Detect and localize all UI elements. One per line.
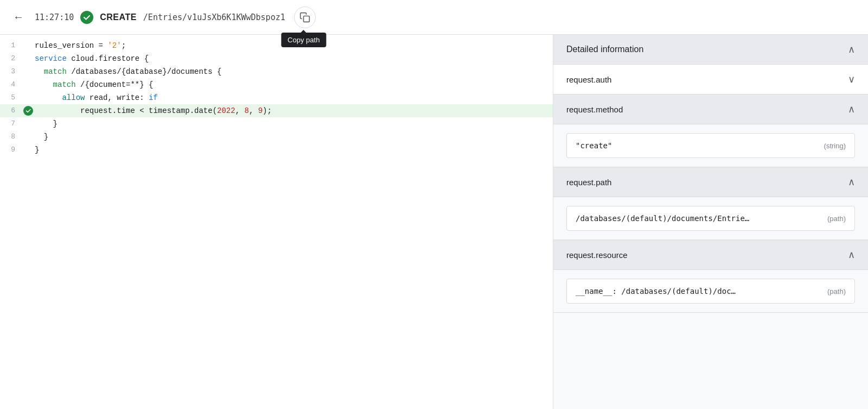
section-request-method-header[interactable]: request.method ∧ xyxy=(553,95,868,124)
back-button[interactable]: ← xyxy=(9,8,28,27)
line-code-5: allow read, write: if xyxy=(35,91,548,104)
timestamp: 11:27:10 xyxy=(35,12,74,22)
request-method-value-card: "create" (string) xyxy=(566,133,855,158)
checkmark-icon xyxy=(83,14,91,21)
line-num-8: 8 xyxy=(0,130,22,143)
right-panel: Detailed information ∧ request.auth ∨ re… xyxy=(553,35,868,409)
copy-path-button[interactable] xyxy=(294,7,316,28)
main-content: 1 rules_version = '2'; 2 service cloud.f… xyxy=(0,35,868,409)
request-method-title: request.method xyxy=(566,105,623,114)
request-path-value-card: /databases/(default)/documents/Entrie… (… xyxy=(566,206,855,231)
detailed-info-chevron: ∧ xyxy=(848,43,855,55)
line-code-3: match /databases/{database}/documents { xyxy=(35,65,548,78)
request-path-value: /databases/(default)/documents/Entrie… xyxy=(576,214,749,223)
line-num-7: 7 xyxy=(0,117,22,130)
code-line-9: 9 } xyxy=(0,143,553,156)
section-request-resource-body: __name__: /databases/(default)/doc… (pat… xyxy=(553,270,868,313)
line-check-icon xyxy=(23,106,33,116)
section-request-resource-wrapper: request.resource ∧ __name__: /databases/… xyxy=(553,240,868,313)
code-line-8: 8 } xyxy=(0,130,553,143)
section-request-path-header[interactable]: request.path ∧ xyxy=(553,167,868,197)
request-resource-title: request.resource xyxy=(566,250,628,260)
header-bar: ← 11:27:10 CREATE /Entries/v1uJsXb6K1KWw… xyxy=(0,0,868,35)
svg-rect-0 xyxy=(303,16,309,22)
section-request-method-wrapper: request.method ∧ "create" (string) xyxy=(553,95,868,167)
copy-icon xyxy=(299,12,310,23)
section-request-path-wrapper: request.path ∧ /databases/(default)/docu… xyxy=(553,167,868,240)
request-resource-value: __name__: /databases/(default)/doc… xyxy=(576,287,736,295)
request-path-chevron: ∧ xyxy=(848,176,855,188)
code-line-3: 3 match /databases/{database}/documents … xyxy=(0,65,553,78)
line-code-7: } xyxy=(35,117,548,130)
section-request-method-body: "create" (string) xyxy=(553,124,868,167)
section-request-auth[interactable]: request.auth ∨ xyxy=(553,65,868,95)
section-request-path-body: /databases/(default)/documents/Entrie… (… xyxy=(553,197,868,240)
request-resource-value-card: __name__: /databases/(default)/doc… (pat… xyxy=(566,279,855,304)
code-panel: 1 rules_version = '2'; 2 service cloud.f… xyxy=(0,35,553,409)
back-icon: ← xyxy=(13,11,24,23)
request-path-type: (path) xyxy=(827,215,846,223)
request-auth-chevron: ∨ xyxy=(848,73,855,85)
code-line-4: 4 match /{document=**} { xyxy=(0,78,553,91)
code-line-6: 6 request.time < timestamp.date(2022, 8,… xyxy=(0,104,553,117)
line-code-1: rules_version = '2'; xyxy=(35,39,548,52)
line-code-9: } xyxy=(35,143,548,156)
path-text: /Entries/v1uJsXb6K1KWwDbspoz1 xyxy=(143,12,285,22)
code-line-1: 1 rules_version = '2'; xyxy=(0,39,553,52)
code-line-2: 2 service cloud.firestore { xyxy=(0,52,553,65)
line-code-2: service cloud.firestore { xyxy=(35,52,548,65)
line-num-2: 2 xyxy=(0,52,22,65)
request-path-title: request.path xyxy=(566,178,611,187)
line-num-6: 6 xyxy=(0,104,22,117)
code-line-7: 7 } xyxy=(0,117,553,130)
request-method-chevron: ∧ xyxy=(848,103,855,115)
request-auth-title: request.auth xyxy=(566,75,611,84)
line-num-9: 9 xyxy=(0,143,22,156)
section-request-resource-header[interactable]: request.resource ∧ xyxy=(553,240,868,270)
detailed-info-header[interactable]: Detailed information ∧ xyxy=(553,35,868,65)
line-code-8: } xyxy=(35,130,548,143)
line-code-4: match /{document=**} { xyxy=(35,78,548,91)
line-code-6: request.time < timestamp.date(2022, 8, 9… xyxy=(35,104,548,117)
status-icon xyxy=(80,11,93,24)
detailed-info-title: Detailed information xyxy=(566,45,643,54)
line-num-5: 5 xyxy=(0,91,22,104)
request-method-value: "create" xyxy=(576,141,612,150)
request-resource-type: (path) xyxy=(827,287,846,295)
line-num-4: 4 xyxy=(0,78,22,91)
line-indicator-6 xyxy=(22,106,35,116)
method-label: CREATE xyxy=(100,12,137,22)
request-method-type: (string) xyxy=(824,142,846,150)
line-num-3: 3 xyxy=(0,65,22,78)
request-resource-chevron: ∧ xyxy=(848,249,855,261)
code-line-5: 5 allow read, write: if xyxy=(0,91,553,104)
line-num-1: 1 xyxy=(0,39,22,52)
